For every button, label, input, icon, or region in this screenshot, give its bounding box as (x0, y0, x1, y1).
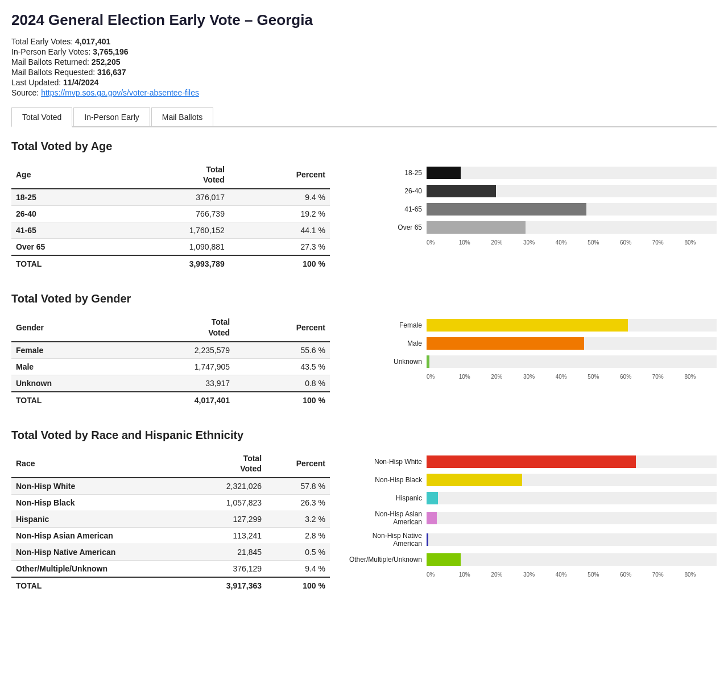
row-value: 376,017 (112, 189, 229, 206)
age-col1-header: Age (11, 161, 112, 189)
chart-label: 18-25 (347, 169, 427, 177)
row-percent: 44.1 % (229, 222, 330, 239)
bar-container (427, 492, 717, 504)
chart-bar-row: Non-Hisp Native American (347, 532, 717, 548)
bar (427, 185, 496, 197)
gender-table-wrap: Gender TotalVoted Percent Female 2,235,5… (11, 313, 330, 408)
chart-label: Non-Hisp White (347, 458, 427, 466)
gender-chart: FemaleMaleUnknown0%10%20%30%40%50%60%70%… (347, 313, 717, 380)
chart-bar-row: Over 65 (347, 221, 717, 234)
race-section: Total Voted by Race and Hispanic Ethnici… (11, 429, 717, 594)
table-row: Unknown 33,917 0.8 % (11, 375, 330, 392)
row-percent: 26.3 % (266, 495, 330, 511)
axis-label: 0% (427, 239, 459, 246)
axis-label: 70% (652, 374, 685, 380)
chart-bar-row: Non-Hisp Black (347, 474, 717, 486)
total-row: TOTAL 3,993,789 100 % (11, 255, 330, 272)
tab-mail-ballots[interactable]: Mail Ballots (151, 107, 214, 126)
gender-section-title: Total Voted by Gender (11, 292, 717, 305)
row-value: 1,747,905 (123, 358, 234, 375)
table-row: 26-40 766,739 19.2 % (11, 206, 330, 222)
row-label: Non-Hisp Asian American (11, 528, 192, 544)
chart-label: 26-40 (347, 187, 427, 195)
tab-total-voted[interactable]: Total Voted (11, 107, 72, 127)
race-col3-header: Percent (266, 450, 330, 478)
age-section-title: Total Voted by Age (11, 140, 717, 153)
bar-container (427, 474, 717, 486)
bar (427, 319, 628, 332)
axis-label: 80% (684, 374, 717, 380)
total-label: TOTAL (11, 392, 123, 408)
axis-label: 80% (684, 239, 717, 246)
row-label: Hispanic (11, 511, 192, 528)
chart-label: 41-65 (347, 205, 427, 213)
chart-bar-row: 41-65 (347, 203, 717, 216)
chart-bar-row: Non-Hisp Asian American (347, 510, 717, 526)
total-percent: 100 % (266, 577, 330, 594)
tabs-container: Total VotedIn-Person EarlyMail Ballots (11, 107, 717, 127)
axis-label: 80% (684, 571, 717, 578)
age-col2-header: TotalVoted (112, 161, 229, 189)
gender-col3-header: Percent (234, 313, 330, 341)
row-value: 127,299 (192, 511, 266, 528)
source-link[interactable]: https://mvp.sos.ga.gov/s/voter-absentee-… (41, 88, 199, 97)
age-table-wrap: Age TotalVoted Percent 18-25 376,017 9.4… (11, 161, 330, 272)
gender-section: Total Voted by Gender Gender TotalVoted … (11, 292, 717, 408)
row-label: Non-Hisp Black (11, 495, 192, 511)
row-value: 113,241 (192, 528, 266, 544)
bar (427, 355, 429, 368)
axis-label: 60% (620, 374, 652, 380)
source-label: Source: (11, 88, 39, 97)
row-percent: 57.8 % (266, 478, 330, 495)
row-percent: 9.4 % (229, 189, 330, 206)
row-label: 41-65 (11, 222, 112, 239)
total-value: 3,993,789 (112, 255, 229, 272)
bar (427, 455, 636, 468)
total-percent: 100 % (234, 392, 330, 408)
chart-label: Female (347, 321, 427, 329)
chart-label: Non-Hisp Asian American (347, 510, 427, 526)
row-percent: 0.8 % (234, 375, 330, 392)
axis-label: 0% (427, 571, 459, 578)
bar (427, 553, 461, 566)
stat-row: Mail Ballots Requested: 316,637 (11, 68, 717, 77)
chart-label: Unknown (347, 358, 427, 366)
race-col1-header: Race (11, 450, 192, 478)
table-row: Hispanic 127,299 3.2 % (11, 511, 330, 528)
bar (427, 512, 437, 524)
axis-label: 40% (556, 374, 588, 380)
row-label: Non-Hisp Native American (11, 544, 192, 561)
bar-container (427, 185, 717, 197)
axis-label: 50% (588, 239, 620, 246)
chart-label: Other/Multiple/Unknown (347, 556, 427, 564)
axis-label: 60% (620, 239, 652, 246)
race-col2-header: TotalVoted (192, 450, 266, 478)
bar (427, 533, 428, 546)
row-value: 21,845 (192, 544, 266, 561)
row-value: 2,321,026 (192, 478, 266, 495)
chart-bar-row: 18-25 (347, 167, 717, 179)
race-table-wrap: Race TotalVoted Percent Non-Hisp White 2… (11, 450, 330, 594)
bar-container (427, 319, 717, 332)
total-label: TOTAL (11, 577, 192, 594)
chart-label: Over 65 (347, 223, 427, 231)
age-table: Age TotalVoted Percent 18-25 376,017 9.4… (11, 161, 330, 272)
page-title: 2024 General Election Early Vote – Georg… (11, 11, 717, 29)
table-row: Male 1,747,905 43.5 % (11, 358, 330, 375)
bar-container (427, 355, 717, 368)
axis-label: 10% (459, 374, 491, 380)
axis-label: 10% (459, 239, 491, 246)
axis-label: 50% (588, 571, 620, 578)
axis-label: 20% (491, 374, 523, 380)
bar-container (427, 553, 717, 566)
chart-bar-row: Female (347, 319, 717, 332)
age-chart: 18-2526-4041-65Over 650%10%20%30%40%50%6… (347, 161, 717, 246)
axis-label: 60% (620, 571, 652, 578)
row-label: Non-Hisp White (11, 478, 192, 495)
tab-in-person-early[interactable]: In-Person Early (73, 107, 150, 126)
row-value: 766,739 (112, 206, 229, 222)
axis-label: 10% (459, 571, 491, 578)
bar-container (427, 167, 717, 179)
axis-label: 30% (523, 374, 556, 380)
bar (427, 492, 438, 504)
